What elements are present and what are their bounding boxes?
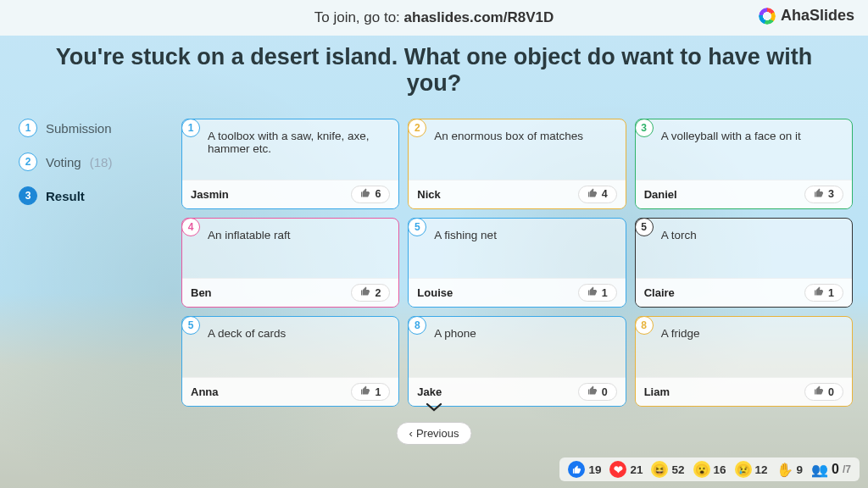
author-name: Louise xyxy=(417,286,453,299)
answer-text: A volleyball with a face on it xyxy=(636,119,852,147)
sad-count: 12 xyxy=(755,463,768,476)
people-here: 0 xyxy=(832,462,839,477)
answer-card[interactable]: 3 A volleyball with a face on it Daniel … xyxy=(635,119,853,209)
join-instruction: To join, go to: ahaslides.com/R8V1D xyxy=(314,9,554,26)
author-name: Ben xyxy=(191,286,212,299)
answer-text: A fishing net xyxy=(409,219,625,247)
card-footer: Louise 1 xyxy=(409,278,625,307)
answer-card[interactable]: 5 A fishing net Louise 1 xyxy=(408,218,626,308)
author-name: Jake xyxy=(417,385,442,398)
join-prefix: To join, go to: xyxy=(314,9,404,25)
vote-count: 1 xyxy=(375,386,381,398)
thumb-icon xyxy=(814,286,824,299)
card-footer: Nick 4 xyxy=(409,180,625,208)
sad-icon: 😢 xyxy=(735,461,752,478)
thumb-icon xyxy=(360,286,370,299)
thumb-icon xyxy=(587,286,598,299)
vote-pill[interactable]: 0 xyxy=(804,383,843,401)
vote-count: 3 xyxy=(828,188,834,200)
rank-badge: 5 xyxy=(408,218,426,236)
step-sidebar: 1 Submission 2 Voting (18)3 Result xyxy=(19,119,163,205)
reaction-wow[interactable]: 😮16 xyxy=(693,461,726,478)
answer-card[interactable]: 1 A toolbox with a saw, knife, axe, hamm… xyxy=(181,119,399,209)
thumb-icon xyxy=(360,385,370,398)
previous-label: Previous xyxy=(416,427,459,440)
vote-count: 4 xyxy=(602,188,608,200)
top-bar: To join, go to: ahaslides.com/R8V1D AhaS… xyxy=(0,0,868,36)
answer-card[interactable]: 5 A deck of cards Anna 1 xyxy=(181,316,399,407)
rank-badge: 3 xyxy=(635,119,654,137)
thumb-icon xyxy=(814,188,824,201)
step-badge: 1 xyxy=(19,119,37,137)
brand-logo-icon xyxy=(759,8,776,25)
step-badge: 2 xyxy=(19,152,37,171)
card-footer: Ben 2 xyxy=(182,278,398,307)
vote-count: 2 xyxy=(375,287,381,299)
reaction-haha[interactable]: 😆52 xyxy=(651,461,684,478)
rank-badge: 1 xyxy=(181,119,200,137)
question-text: You're stuck on a desert island. What on… xyxy=(34,44,834,97)
brand: AhaSlides xyxy=(759,7,854,25)
thumb-icon xyxy=(587,188,598,201)
previous-button[interactable]: ‹ Previous xyxy=(397,422,472,445)
answer-card[interactable]: 8 A phone Jake 0 xyxy=(408,316,626,407)
step-result[interactable]: 3 Result xyxy=(19,186,163,205)
answer-card[interactable]: 8 A fridge Liam 0 xyxy=(635,316,853,407)
wow-count: 16 xyxy=(714,463,726,476)
vote-count: 6 xyxy=(375,188,381,200)
author-name: Nick xyxy=(417,188,440,201)
love-icon: ❤ xyxy=(609,461,626,478)
thumb-icon xyxy=(360,188,370,201)
reaction-love[interactable]: ❤21 xyxy=(609,461,643,478)
reaction-sad[interactable]: 😢12 xyxy=(735,461,768,478)
vote-pill[interactable]: 6 xyxy=(351,186,390,203)
answer-text: A deck of cards xyxy=(182,317,398,345)
answer-text: A fridge xyxy=(636,317,852,345)
card-footer: Liam 0 xyxy=(636,377,852,406)
hand-icon: ✋ xyxy=(776,462,793,478)
vote-count: 0 xyxy=(828,386,834,398)
step-count: (18) xyxy=(90,155,113,169)
brand-name: AhaSlides xyxy=(781,7,854,25)
card-footer: Daniel 3 xyxy=(636,180,852,208)
raised-hands[interactable]: ✋9 xyxy=(776,462,804,478)
haha-count: 52 xyxy=(671,463,684,476)
answer-card[interactable]: 2 An enormous box of matches Nick 4 xyxy=(408,119,626,209)
answer-text: A phone xyxy=(409,317,625,345)
vote-count: 1 xyxy=(602,287,608,299)
vote-pill[interactable]: 0 xyxy=(578,383,617,401)
answer-text: An enormous box of matches xyxy=(409,119,625,147)
answer-text: An inflatable raft xyxy=(182,219,398,247)
haha-icon: 😆 xyxy=(651,461,668,478)
answers-grid[interactable]: 1 A toolbox with a saw, knife, axe, hamm… xyxy=(181,119,853,407)
wow-icon: 😮 xyxy=(693,461,710,478)
love-count: 21 xyxy=(630,463,643,476)
expand-chevron-icon[interactable] xyxy=(425,400,443,418)
author-name: Claire xyxy=(644,286,675,299)
vote-pill[interactable]: 1 xyxy=(578,284,617,302)
vote-pill[interactable]: 3 xyxy=(804,186,843,203)
reaction-like[interactable]: 19 xyxy=(568,461,601,478)
answer-card[interactable]: 5 A torch Claire 1 xyxy=(635,218,853,308)
vote-pill[interactable]: 2 xyxy=(351,284,390,302)
vote-pill[interactable]: 1 xyxy=(351,383,390,401)
people-icon: 👥 xyxy=(811,462,828,478)
author-name: Liam xyxy=(644,385,670,398)
step-label: Submission xyxy=(46,121,112,136)
rank-badge: 4 xyxy=(181,218,200,236)
answer-card[interactable]: 4 An inflatable raft Ben 2 xyxy=(181,218,399,308)
card-footer: Anna 1 xyxy=(182,377,398,406)
like-count: 19 xyxy=(588,463,601,476)
step-badge: 3 xyxy=(19,186,37,205)
step-submission[interactable]: 1 Submission xyxy=(19,119,163,137)
author-name: Daniel xyxy=(644,188,677,201)
vote-pill[interactable]: 4 xyxy=(578,186,617,203)
step-label: Voting xyxy=(46,155,81,169)
step-voting[interactable]: 2 Voting (18) xyxy=(19,152,163,171)
rank-badge: 5 xyxy=(635,218,654,236)
card-footer: Claire 1 xyxy=(636,278,852,307)
vote-pill[interactable]: 1 xyxy=(804,284,843,302)
participant-count: 👥0/7 xyxy=(811,462,851,478)
chevron-left-icon: ‹ xyxy=(409,427,413,440)
author-name: Anna xyxy=(191,385,219,398)
